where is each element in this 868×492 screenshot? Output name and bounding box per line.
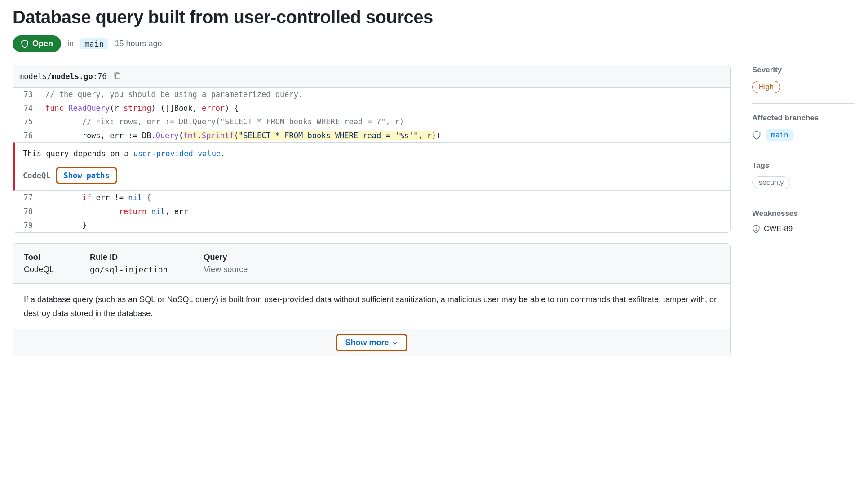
branches-label: Affected branches: [752, 114, 855, 123]
status-label: Open: [32, 39, 53, 48]
query-label: Query: [204, 253, 248, 262]
weakness-value: CWE-89: [764, 224, 793, 233]
query-value[interactable]: View source: [204, 265, 248, 274]
code-row: 75 // Fix: rows, err := DB.Query("SELECT…: [13, 115, 730, 129]
tags-label: Tags: [752, 161, 855, 170]
show-more-button[interactable]: Show more: [336, 334, 407, 351]
tool-value: CodeQL: [24, 265, 54, 274]
sidebar: Severity High Affected branches main Tag…: [752, 65, 855, 367]
user-provided-link[interactable]: user-provided value: [133, 149, 221, 158]
copy-button[interactable]: [112, 70, 122, 82]
weaknesses-label: Weaknesses: [752, 209, 855, 218]
branch-chip-inline[interactable]: main: [80, 38, 108, 49]
shield-icon: [21, 40, 29, 48]
severity-badge: High: [752, 81, 780, 93]
line-code: rows, err := DB.Query(fmt.Sprintf("SELEC…: [41, 129, 441, 143]
alert-tool-label: CodeQL: [23, 171, 50, 180]
alert-block: This query depends on a user-provided va…: [13, 142, 730, 191]
line-code: func ReadQuery(r string) ([]Book, error)…: [41, 101, 239, 115]
line-number: 73: [13, 88, 41, 101]
code-panel: models/models.go:76 73 // the query, you…: [13, 65, 731, 233]
rule-value: go/sql-injection: [90, 265, 168, 274]
show-more-row: Show more: [13, 329, 730, 356]
tool-label: Tool: [24, 253, 54, 262]
status-in-text: in: [67, 39, 74, 48]
line-number: 76: [13, 129, 41, 143]
code-row: 78 return nil, err: [13, 205, 730, 219]
code-row: 77 if err != nil {: [13, 191, 730, 205]
line-code: }: [41, 219, 87, 233]
tag-pill[interactable]: security: [752, 176, 790, 189]
shield-alert-icon: [752, 225, 760, 233]
line-code: if err != nil {: [41, 191, 151, 205]
severity-label: Severity: [752, 66, 855, 75]
line-number: 79: [13, 219, 41, 233]
line-code: // the query, you should be using a para…: [41, 88, 303, 101]
code-row: 73 // the query, you should be using a p…: [13, 88, 730, 101]
rule-label: Rule ID: [90, 253, 168, 262]
info-header: Tool CodeQL Rule ID go/sql-injection Que…: [13, 244, 730, 284]
branch-chip[interactable]: main: [766, 129, 793, 141]
line-code: // Fix: rows, err := DB.Query("SELECT * …: [41, 115, 404, 129]
copy-icon: [113, 71, 121, 79]
file-header: models/models.go:76: [13, 65, 730, 88]
line-number: 74: [13, 101, 41, 115]
status-badge: Open: [13, 35, 61, 52]
file-line: :76: [93, 72, 107, 81]
line-number: 77: [13, 191, 41, 205]
weakness-item[interactable]: CWE-89: [752, 224, 855, 233]
status-time: 15 hours ago: [115, 39, 162, 48]
code-row: 74 func ReadQuery(r string) ([]Book, err…: [13, 101, 730, 115]
line-number: 78: [13, 205, 41, 219]
page-title: Database query built from user-controlle…: [13, 7, 855, 27]
code-row: 76 rows, err := DB.Query(fmt.Sprintf("SE…: [13, 129, 730, 143]
info-panel: Tool CodeQL Rule ID go/sql-injection Que…: [13, 243, 731, 356]
file-path-file: models.go: [52, 72, 93, 81]
code-row: 79 }: [13, 219, 730, 233]
alert-message: This query depends on a user-provided va…: [23, 149, 730, 158]
svg-point-0: [24, 43, 26, 44]
svg-point-3: [756, 230, 757, 231]
show-paths-button[interactable]: Show paths: [56, 167, 117, 184]
chevron-down-icon: [392, 340, 398, 346]
info-description: If a database query (such as an SQL or N…: [13, 284, 730, 329]
line-code: return nil, err: [41, 205, 188, 219]
svg-rect-1: [115, 74, 120, 79]
shield-icon: [752, 131, 761, 140]
status-row: Open in main 15 hours ago: [13, 35, 855, 52]
file-path-prefix: models/: [19, 72, 52, 81]
line-number: 75: [13, 115, 41, 129]
